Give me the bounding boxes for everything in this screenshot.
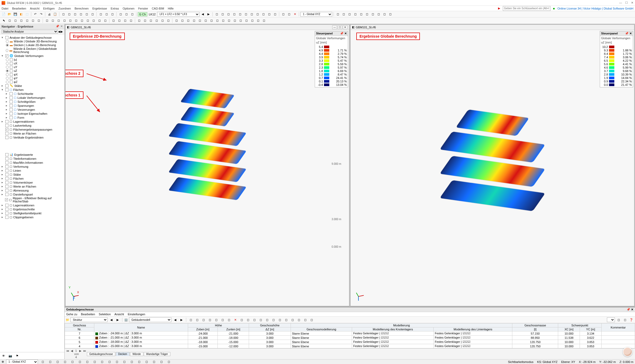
tool-generic-icon[interactable]: ◻ bbox=[84, 12, 89, 17]
nav-next-icon[interactable]: ▶ bbox=[61, 30, 63, 33]
status-tbtn[interactable]: ◻ bbox=[40, 359, 45, 364]
tool-generic-icon[interactable]: ◻ bbox=[341, 12, 346, 17]
tool-generic-icon[interactable]: ◻ bbox=[174, 18, 179, 23]
tool-generic-icon[interactable]: ◻ bbox=[209, 18, 214, 23]
tool-save-icon[interactable]: 💾 bbox=[13, 12, 18, 17]
menu-cadbim[interactable]: CAD-BIM bbox=[152, 7, 164, 10]
tool-generic-icon[interactable]: ◻ bbox=[364, 12, 370, 17]
tool-generic-icon[interactable]: ◻ bbox=[220, 12, 225, 17]
bp-pin-icon[interactable]: 📌 bbox=[627, 308, 630, 311]
status-tbtn[interactable]: ◻ bbox=[151, 359, 157, 364]
tool-generic-icon[interactable]: ◻ bbox=[130, 12, 135, 17]
tool-generic-icon[interactable]: ◻ bbox=[13, 18, 18, 23]
table-row[interactable]: 6Zoben : -21.000 m | ΔZ : 3.000 m-21.000… bbox=[65, 336, 635, 340]
bp-tbtn[interactable]: ◻ bbox=[296, 317, 301, 322]
status-tbtn[interactable]: ◻ bbox=[166, 359, 171, 364]
bp-help-icon[interactable]: ❓ bbox=[629, 317, 634, 322]
viewport-right-tab[interactable]: GBM101_St.rf6 bbox=[356, 26, 376, 29]
tree-item-spannungen[interactable]: ▸▢Spannungen bbox=[0, 104, 64, 108]
tool-print-icon[interactable]: 🖨 bbox=[47, 12, 52, 17]
tool-generic-icon[interactable]: ◻ bbox=[136, 18, 142, 23]
viewport-right-canvas[interactable]: Ergebnisse Globale Berechnung Steuerpane… bbox=[350, 30, 634, 306]
bp-tbtn[interactable]: ◻ bbox=[290, 317, 295, 322]
opt-werte-flachen[interactable]: ▸▢Werte an Flächen bbox=[0, 184, 64, 188]
opt-volumen[interactable]: ▸▢Volumenkörper bbox=[0, 180, 64, 184]
tool-generic-icon[interactable]: ◻ bbox=[388, 12, 393, 17]
bp-tbtn[interactable]: ◻ bbox=[226, 317, 232, 322]
opt-lagerreakt[interactable]: ▸▢Lagerreaktionen bbox=[0, 203, 64, 207]
tool-generic-icon[interactable]: ◻ bbox=[243, 12, 248, 17]
tool-generic-icon[interactable]: ◻ bbox=[232, 12, 237, 17]
tool-generic-icon[interactable]: ◻ bbox=[56, 18, 61, 23]
opt-darstellung[interactable]: ▸▢Darstellungsart bbox=[0, 192, 64, 196]
bp-prev2-icon[interactable]: ◀ bbox=[172, 317, 178, 322]
status-tbtn[interactable]: ◻ bbox=[114, 359, 119, 364]
menu-berechnen[interactable]: Berechnen bbox=[75, 7, 89, 10]
bp-next2-icon[interactable]: ▶ bbox=[179, 317, 184, 322]
assistant-avatar[interactable] bbox=[623, 347, 632, 357]
tool-generic-icon[interactable]: ◻ bbox=[376, 12, 381, 17]
tool-generic-icon[interactable]: ◻ bbox=[128, 18, 134, 23]
bp-menu-ansicht[interactable]: Ansicht bbox=[114, 313, 124, 316]
bp-tbtn[interactable]: ◻ bbox=[258, 317, 263, 322]
tool-generic-icon[interactable]: ◻ bbox=[272, 12, 278, 17]
tool-undo-icon[interactable]: ↶ bbox=[33, 12, 38, 17]
tool-generic-icon[interactable]: ◻ bbox=[50, 18, 55, 23]
tool-generic-icon[interactable]: ◻ bbox=[79, 18, 85, 23]
tool-redo-icon[interactable]: ↷ bbox=[38, 12, 44, 17]
tool-cursor-icon[interactable]: ⬉ bbox=[1, 18, 6, 23]
bp-menu-bearbeiten[interactable]: Bearbeiten bbox=[81, 313, 95, 316]
tab-decken[interactable]: Decken bbox=[116, 352, 130, 356]
minimize-button[interactable]: — bbox=[619, 1, 622, 5]
pager-last-icon[interactable]: ⏭ bbox=[83, 349, 86, 359]
bp-tbtn[interactable]: ◻ bbox=[214, 317, 219, 322]
tool-generic-icon[interactable]: ◻ bbox=[166, 18, 171, 23]
tool-generic-icon[interactable]: ◻ bbox=[61, 12, 66, 17]
status-tbtn[interactable]: ◻ bbox=[159, 359, 164, 364]
menu-ergebnisse[interactable]: Ergebnisse bbox=[92, 7, 107, 10]
opt-verformung[interactable]: ▸▢Verformung bbox=[0, 165, 64, 168]
menu-fenster[interactable]: Fenster bbox=[138, 7, 148, 10]
menu-hilfe[interactable]: Hilfe bbox=[168, 7, 174, 10]
tab-wande[interactable]: Wände bbox=[130, 352, 143, 356]
tool-generic-icon[interactable]: ◻ bbox=[237, 12, 243, 17]
bp-tbtn[interactable]: ◻ bbox=[616, 317, 621, 322]
pager-prev-icon[interactable]: ◀ bbox=[70, 349, 74, 359]
opt-schnitte[interactable]: ▸▢Ergebnisschnitte bbox=[0, 207, 64, 211]
nav-pin-icon[interactable]: 📌 bbox=[56, 25, 59, 28]
tree-item-phix[interactable]: φX bbox=[0, 73, 64, 76]
tool-generic-icon[interactable]: ◻ bbox=[382, 12, 387, 17]
close-button[interactable]: ✕ bbox=[631, 1, 633, 5]
menu-zuordnen[interactable]: Zuordnen bbox=[58, 7, 71, 10]
bp-combo-right[interactable] bbox=[607, 317, 615, 322]
coord-system-select[interactable]: 1 - Global XYZ bbox=[300, 12, 332, 17]
tool-copy-icon[interactable]: 📋 bbox=[52, 12, 58, 17]
tree-item-schnittgr[interactable]: ▸▢Schnittgrößen bbox=[0, 100, 64, 104]
tool-generic-icon[interactable]: ◻ bbox=[110, 12, 115, 17]
tool-generic-icon[interactable]: ◻ bbox=[191, 18, 197, 23]
opt-clipping[interactable]: ▸▢Clippingebenen bbox=[0, 215, 64, 219]
bp-next-icon[interactable]: ▶ bbox=[115, 317, 120, 322]
tool-generic-icon[interactable]: ◻ bbox=[118, 12, 123, 17]
menu-datei[interactable]: Datei bbox=[2, 7, 8, 10]
viewport-left-tab[interactable]: GBM101_St.rf6 bbox=[71, 26, 91, 29]
tool-generic-icon[interactable]: ◻ bbox=[124, 12, 129, 17]
sp-close-icon[interactable]: ✕ bbox=[344, 32, 347, 35]
tool-generic-icon[interactable]: ◻ bbox=[154, 18, 159, 23]
bp-menu-gehezu[interactable]: Gehe zu bbox=[66, 313, 77, 316]
tree-item-lastvert[interactable]: ▢Lastverteilung bbox=[0, 123, 64, 127]
tool-generic-icon[interactable]: ◻ bbox=[66, 12, 72, 17]
bp-tbtn[interactable]: ◻ bbox=[277, 317, 282, 322]
bp-tbtn[interactable]: ◻ bbox=[303, 317, 308, 322]
tool-generic-icon[interactable]: ◻ bbox=[62, 18, 67, 23]
tool-generic-icon[interactable]: ◻ bbox=[111, 18, 116, 23]
tool-generic-icon[interactable]: ◻ bbox=[19, 18, 24, 23]
tree-item-verzerrungen[interactable]: ▸▢Verzerrungen bbox=[0, 108, 64, 112]
tool-generic-icon[interactable]: ◻ bbox=[244, 18, 249, 23]
status-tbtn[interactable]: ◻ bbox=[99, 359, 105, 364]
tree-item-isotrope[interactable]: ▸▢Isotrope Eigenschaften bbox=[0, 112, 64, 116]
tree-item-phiz[interactable]: φZ bbox=[0, 80, 64, 84]
bp-tbtn[interactable]: ◻ bbox=[245, 317, 251, 322]
status-tbtn[interactable]: ◻ bbox=[55, 359, 60, 364]
status-tbtn[interactable]: ◻ bbox=[92, 359, 97, 364]
